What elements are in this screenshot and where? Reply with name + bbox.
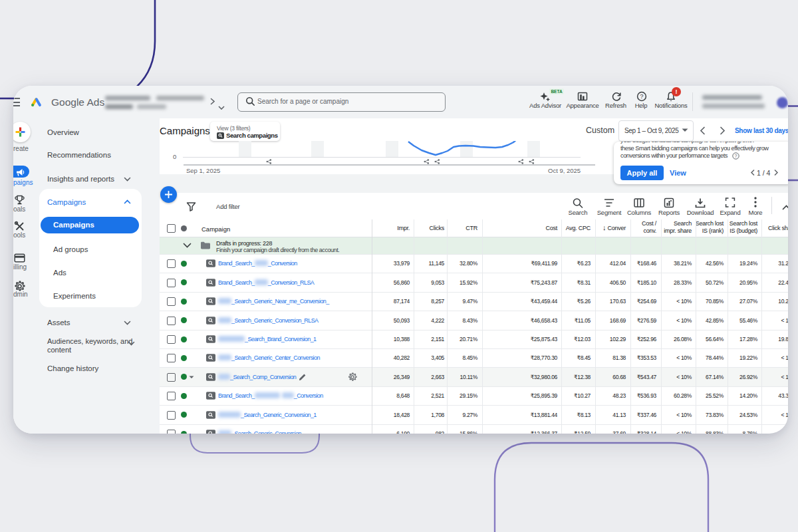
- svg-text:?: ?: [735, 154, 737, 158]
- svg-text:?: ?: [640, 92, 643, 100]
